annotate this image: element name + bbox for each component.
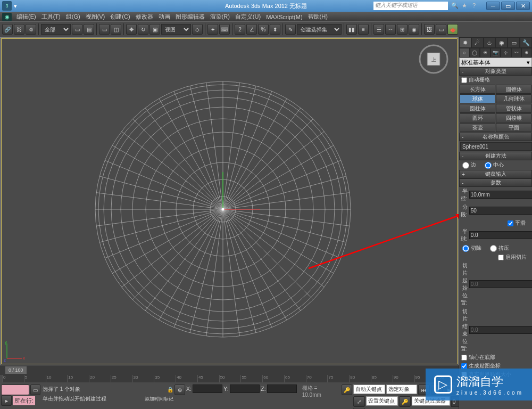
object-name-input[interactable] bbox=[460, 142, 532, 151]
select-name-icon[interactable]: ▤ bbox=[84, 24, 94, 35]
primitive-category-dropdown[interactable]: 标准基本体 bbox=[459, 58, 532, 67]
auto-grid-checkbox[interactable] bbox=[461, 77, 467, 83]
unlink-icon[interactable]: ⛓ bbox=[14, 24, 24, 35]
sel-key-dropdown[interactable]: 选定对象 bbox=[386, 385, 417, 394]
sub-systems[interactable]: ✷ bbox=[521, 48, 532, 58]
time-ruler[interactable]: 0510152025303540455055606570758085909510… bbox=[2, 375, 458, 382]
snap-percent-icon[interactable]: % bbox=[258, 24, 269, 35]
curve-editor-icon[interactable]: 〰 bbox=[385, 24, 396, 35]
rotate-icon[interactable]: ↻ bbox=[138, 24, 148, 35]
script-min-icon[interactable]: ▭ bbox=[30, 385, 40, 395]
menu-graph[interactable]: 图形编辑器 bbox=[173, 13, 207, 21]
render-frame-icon[interactable]: ▭ bbox=[436, 24, 446, 35]
render-icon[interactable]: 🫖 bbox=[447, 24, 458, 35]
menu-modifiers[interactable]: 修改器 bbox=[133, 13, 156, 21]
bind-icon[interactable]: ⚙ bbox=[26, 24, 36, 35]
lock-icon[interactable]: 🔒 bbox=[167, 387, 173, 392]
slice-on-checkbox[interactable] bbox=[498, 255, 504, 260]
zoom-ext-icon[interactable]: ⤢ bbox=[353, 396, 365, 407]
rollout-create-method[interactable]: -创建方法 bbox=[459, 152, 532, 160]
material-icon[interactable]: ◉ bbox=[409, 24, 419, 35]
rollout-object-type[interactable]: -对象类型 bbox=[459, 67, 532, 76]
tab-display[interactable]: ▭ bbox=[508, 37, 520, 48]
spinner-snap-icon[interactable]: ⬍ bbox=[270, 24, 280, 35]
auto-key-button[interactable]: 自动关键点 bbox=[353, 385, 385, 394]
tab-modify[interactable]: ☄ bbox=[471, 37, 484, 48]
btn-teapot[interactable]: 茶壶 bbox=[460, 123, 495, 132]
layers-icon[interactable]: ☰ bbox=[373, 24, 384, 35]
align-icon[interactable]: ≡ bbox=[358, 24, 369, 35]
btn-tube[interactable]: 管状体 bbox=[496, 104, 531, 113]
snap-angle-icon[interactable]: ∠ bbox=[246, 24, 257, 35]
segments-input[interactable] bbox=[469, 207, 532, 215]
mirror-icon[interactable]: ▮▮ bbox=[346, 24, 357, 35]
link-icon[interactable]: 🔗 bbox=[2, 24, 13, 35]
keyboard-icon[interactable]: ⌨ bbox=[219, 24, 230, 35]
selection-filter-dropdown[interactable]: 全部 bbox=[41, 24, 71, 35]
menu-tools[interactable]: 工具(T) bbox=[39, 13, 63, 21]
time-slider-handle[interactable]: 0 / 100 bbox=[5, 366, 27, 374]
window-cross-icon[interactable]: ◫ bbox=[111, 24, 121, 35]
menu-render[interactable]: 渲染(R) bbox=[207, 13, 232, 21]
app-menu-button[interactable]: ◉ bbox=[2, 13, 12, 21]
base-pivot-checkbox[interactable] bbox=[461, 355, 467, 361]
sub-cameras[interactable]: 📷 bbox=[491, 48, 501, 58]
move-icon[interactable]: ✥ bbox=[126, 24, 137, 35]
menu-edit[interactable]: 编辑(E) bbox=[14, 13, 39, 21]
qat-arrow-icon[interactable]: ▾ bbox=[14, 3, 17, 10]
menu-view[interactable]: 视图(V) bbox=[83, 13, 108, 21]
radio-chop[interactable] bbox=[462, 245, 469, 252]
menu-maxscript[interactable]: MAXScript(M) bbox=[263, 14, 305, 20]
btn-box[interactable]: 长方体 bbox=[460, 85, 495, 94]
menu-help[interactable]: 帮助(H) bbox=[305, 13, 330, 21]
expand-icon[interactable]: ▸ bbox=[1, 395, 12, 406]
sub-shapes[interactable]: ◯ bbox=[470, 48, 480, 58]
close-button[interactable]: ✕ bbox=[516, 2, 530, 10]
btn-sphere[interactable]: 球体 bbox=[460, 94, 495, 103]
rect-select-icon[interactable]: ▭ bbox=[99, 24, 110, 35]
rollout-name-color[interactable]: -名称和颜色 bbox=[459, 133, 532, 141]
render-setup-icon[interactable]: 🖼 bbox=[424, 24, 435, 35]
viewcube[interactable]: 上 bbox=[418, 43, 450, 75]
named-selset-dropdown[interactable]: 创建选择集 bbox=[297, 24, 342, 35]
menu-create[interactable]: 创建(C) bbox=[107, 13, 132, 21]
btn-torus[interactable]: 圆环 bbox=[460, 113, 495, 122]
menu-group[interactable]: 组(G) bbox=[63, 13, 83, 21]
help-search-input[interactable]: 键入关键字或短语 bbox=[373, 2, 448, 10]
btn-geosphere[interactable]: 几何球体 bbox=[496, 94, 531, 103]
scale-icon[interactable]: ▣ bbox=[149, 24, 160, 35]
radio-edge[interactable] bbox=[462, 162, 469, 169]
rollout-kb-entry[interactable]: +键盘输入 bbox=[459, 170, 532, 178]
btn-cylinder[interactable]: 圆柱体 bbox=[460, 104, 495, 113]
set-key-button[interactable]: 设置关键点 bbox=[366, 396, 398, 406]
time-slider[interactable]: 0 / 100 bbox=[0, 365, 459, 375]
btn-pyramid[interactable]: 四棱锥 bbox=[496, 113, 531, 122]
rollout-params[interactable]: -参数 bbox=[459, 178, 532, 187]
star-icon[interactable]: ★ bbox=[462, 2, 469, 10]
menu-animation[interactable]: 动画 bbox=[156, 13, 173, 21]
sub-geometry[interactable]: ○ bbox=[459, 48, 470, 58]
radio-squash[interactable] bbox=[490, 245, 497, 252]
select-icon[interactable]: ▭ bbox=[72, 24, 82, 35]
schematic-icon[interactable]: ⊞ bbox=[397, 24, 408, 35]
sub-spacewarps[interactable]: 〰 bbox=[511, 48, 522, 58]
sub-helpers[interactable]: ⊹ bbox=[501, 48, 511, 58]
pivot-icon[interactable]: ◇ bbox=[192, 24, 203, 35]
radio-center[interactable] bbox=[485, 162, 492, 169]
tab-motion[interactable]: ◉ bbox=[495, 37, 508, 48]
x-input[interactable] bbox=[193, 385, 222, 393]
radius-input[interactable] bbox=[469, 191, 532, 199]
smooth-checkbox[interactable] bbox=[508, 220, 513, 226]
gen-uv-checkbox[interactable] bbox=[461, 363, 467, 369]
hemi-input[interactable] bbox=[469, 231, 532, 239]
key-tag-icon[interactable]: 🔑 bbox=[342, 385, 352, 395]
menu-customize[interactable]: 自定义(U) bbox=[232, 13, 263, 21]
key-mode-icon[interactable]: 🔑 bbox=[399, 396, 411, 407]
edit-selset-icon[interactable]: ✎ bbox=[285, 24, 296, 35]
sub-lights[interactable]: ☀ bbox=[480, 48, 491, 58]
z-input[interactable] bbox=[267, 385, 297, 393]
y-input[interactable] bbox=[230, 385, 260, 393]
time-tag-button[interactable]: 添加时间标记 bbox=[145, 396, 173, 403]
tab-hierarchy[interactable]: ♨ bbox=[484, 37, 496, 48]
script-listener-icon[interactable] bbox=[1, 385, 29, 395]
